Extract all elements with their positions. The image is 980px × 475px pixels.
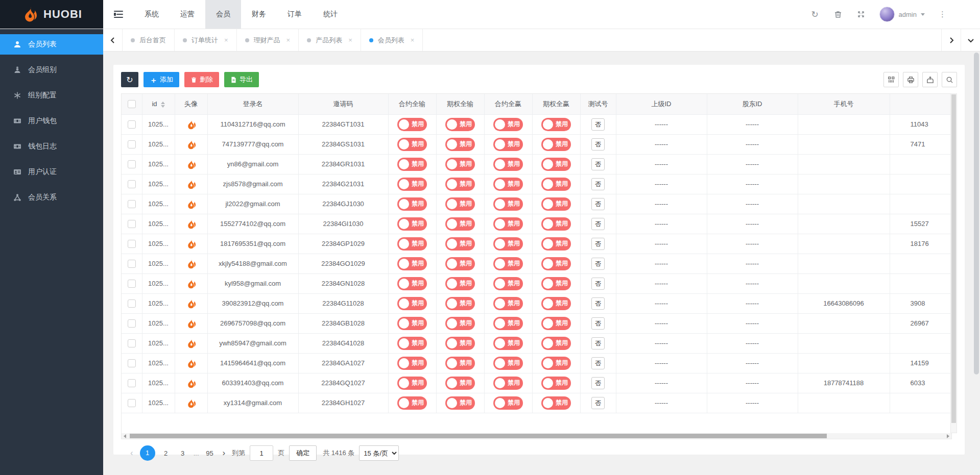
trash-icon[interactable] — [833, 10, 843, 19]
option-lose-toggle[interactable]: 禁用 — [445, 277, 475, 290]
row-checkbox[interactable] — [128, 240, 136, 248]
tab-product-list[interactable]: 产品列表× — [299, 29, 361, 51]
test-account-button[interactable]: 否 — [591, 317, 605, 330]
sidebar-item-wallet-log[interactable]: 钱包日志 — [0, 136, 103, 157]
contract-win-toggle[interactable]: 禁用 — [493, 317, 523, 330]
contract-win-toggle[interactable]: 禁用 — [493, 197, 523, 211]
page-button-95[interactable]: 95 — [204, 449, 216, 457]
tabs-scroll-left-button[interactable] — [103, 29, 123, 51]
row-checkbox[interactable] — [128, 359, 136, 367]
option-win-toggle[interactable]: 禁用 — [541, 297, 571, 310]
row-checkbox[interactable] — [128, 120, 136, 129]
option-win-toggle[interactable]: 禁用 — [541, 118, 571, 131]
option-win-toggle[interactable]: 禁用 — [541, 277, 571, 290]
fullscreen-icon[interactable] — [856, 10, 866, 19]
scroll-right-arrow-icon[interactable] — [945, 433, 951, 439]
option-lose-toggle[interactable]: 禁用 — [445, 178, 475, 191]
sort-icon[interactable] — [161, 102, 165, 108]
row-checkbox[interactable] — [128, 319, 136, 328]
option-lose-toggle[interactable]: 禁用 — [445, 237, 475, 251]
sidebar-item-member-group[interactable]: 会员组别 — [0, 60, 103, 80]
contract-win-toggle[interactable]: 禁用 — [493, 337, 523, 350]
test-account-button[interactable]: 否 — [591, 218, 605, 230]
close-icon[interactable]: × — [348, 36, 352, 44]
option-win-toggle[interactable]: 禁用 — [541, 377, 571, 390]
refresh-table-button[interactable]: ↻ — [121, 72, 138, 87]
nav-item-finance[interactable]: 财务 — [241, 0, 277, 29]
tab-order-stats[interactable]: 订单统计× — [175, 29, 237, 51]
test-account-button[interactable]: 否 — [591, 377, 605, 389]
column-id[interactable]: id — [142, 94, 175, 114]
option-win-toggle[interactable]: 禁用 — [541, 237, 571, 251]
page-button-1[interactable]: 1 — [140, 445, 155, 461]
contract-lose-toggle[interactable]: 禁用 — [397, 357, 427, 370]
contract-win-toggle[interactable]: 禁用 — [493, 118, 523, 131]
select-all-checkbox[interactable] — [128, 100, 136, 108]
option-win-toggle[interactable]: 禁用 — [541, 396, 571, 410]
sidebar-item-user-verify[interactable]: 用户认证 — [0, 162, 103, 182]
contract-win-toggle[interactable]: 禁用 — [493, 377, 523, 390]
row-checkbox[interactable] — [128, 260, 136, 268]
page-button-2[interactable]: 2 — [160, 449, 172, 457]
option-win-toggle[interactable]: 禁用 — [541, 158, 571, 171]
nav-item-operation[interactable]: 运营 — [170, 0, 205, 29]
option-lose-toggle[interactable]: 禁用 — [445, 357, 475, 370]
test-account-button[interactable]: 否 — [591, 138, 605, 151]
contract-lose-toggle[interactable]: 禁用 — [397, 197, 427, 211]
prev-page-button[interactable]: ‹ — [128, 448, 135, 458]
contract-lose-toggle[interactable]: 禁用 — [397, 118, 427, 131]
sidebar-item-user-wallet[interactable]: 用户钱包 — [0, 111, 103, 131]
row-checkbox[interactable] — [128, 339, 136, 347]
contract-lose-toggle[interactable]: 禁用 — [397, 217, 427, 231]
test-account-button[interactable]: 否 — [591, 258, 605, 270]
contract-win-toggle[interactable]: 禁用 — [493, 357, 523, 370]
sidebar-item-member-list[interactable]: 会员列表 — [0, 34, 103, 55]
close-icon[interactable]: × — [286, 36, 291, 44]
tabs-scroll-right-button[interactable] — [941, 29, 961, 51]
delete-member-button[interactable]: 删除 — [184, 72, 219, 87]
row-checkbox[interactable] — [128, 399, 136, 407]
option-lose-toggle[interactable]: 禁用 — [445, 396, 475, 410]
row-checkbox[interactable] — [128, 299, 136, 308]
option-lose-toggle[interactable]: 禁用 — [445, 337, 475, 350]
option-win-toggle[interactable]: 禁用 — [541, 178, 571, 191]
option-lose-toggle[interactable]: 禁用 — [445, 297, 475, 310]
row-checkbox[interactable] — [128, 280, 136, 288]
scroll-left-arrow-icon[interactable] — [122, 433, 128, 439]
row-checkbox[interactable] — [128, 160, 136, 168]
export-button[interactable]: 导出 — [224, 72, 259, 87]
contract-lose-toggle[interactable]: 禁用 — [397, 377, 427, 390]
nav-item-statistics[interactable]: 统计 — [313, 0, 348, 29]
columns-filter-button[interactable] — [883, 72, 899, 87]
print-button[interactable] — [903, 72, 918, 87]
test-account-button[interactable]: 否 — [591, 118, 605, 131]
contract-lose-toggle[interactable]: 禁用 — [397, 138, 427, 151]
add-member-button[interactable]: ＋添加 — [144, 72, 179, 87]
contract-lose-toggle[interactable]: 禁用 — [397, 158, 427, 171]
sidebar-item-group-config[interactable]: 组别配置 — [0, 85, 103, 106]
contract-win-toggle[interactable]: 禁用 — [493, 396, 523, 410]
sidebar-item-member-relations[interactable]: 会员关系 — [0, 187, 103, 208]
contract-win-toggle[interactable]: 禁用 — [493, 138, 523, 151]
row-checkbox[interactable] — [128, 220, 136, 228]
option-lose-toggle[interactable]: 禁用 — [445, 197, 475, 211]
per-page-select[interactable]: 15 条/页 — [359, 445, 399, 461]
table-horizontal-scrollbar[interactable] — [121, 433, 952, 439]
option-win-toggle[interactable]: 禁用 — [541, 357, 571, 370]
contract-win-toggle[interactable]: 禁用 — [493, 217, 523, 231]
sidebar-collapse-button[interactable] — [103, 0, 134, 29]
nav-item-order[interactable]: 订单 — [277, 0, 313, 29]
contract-lose-toggle[interactable]: 禁用 — [397, 257, 427, 270]
row-checkbox[interactable] — [128, 180, 136, 188]
page-scrollbar[interactable] — [973, 52, 980, 475]
contract-win-toggle[interactable]: 禁用 — [493, 178, 523, 191]
next-page-button[interactable]: › — [221, 448, 228, 458]
refresh-icon[interactable]: ↻ — [810, 10, 820, 19]
contract-lose-toggle[interactable]: 禁用 — [397, 396, 427, 410]
close-icon[interactable]: × — [224, 36, 228, 44]
test-account-button[interactable]: 否 — [591, 198, 605, 210]
test-account-button[interactable]: 否 — [591, 158, 605, 170]
option-lose-toggle[interactable]: 禁用 — [445, 317, 475, 330]
kebab-menu-icon[interactable]: ⋮ — [939, 10, 946, 19]
test-account-button[interactable]: 否 — [591, 178, 605, 190]
